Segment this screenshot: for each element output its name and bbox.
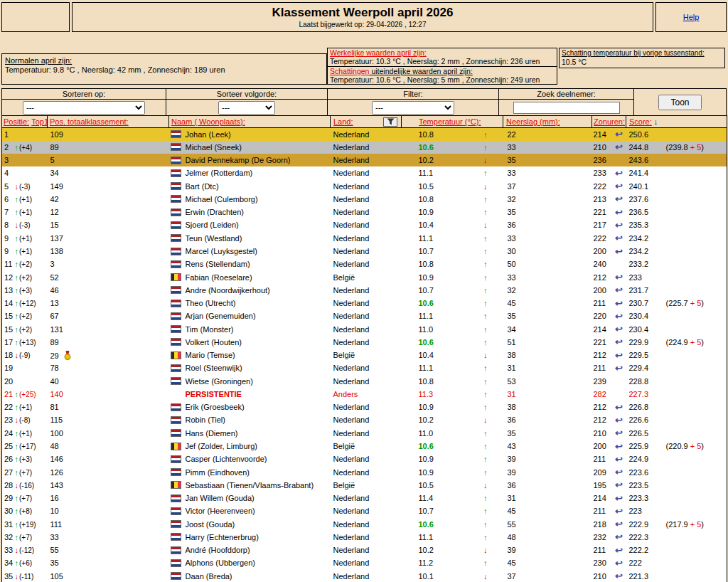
temperature-up-icon: ↑ [483, 260, 488, 268]
movement-cell: ↓(-12) [14, 544, 48, 556]
participant-name: Michael (Sneek) [186, 143, 242, 152]
score-cell: 236.5 [626, 206, 665, 218]
title-left-box [1, 2, 70, 32]
bonus-cell [665, 544, 727, 556]
temperature-wrap: 10.9↑ [402, 468, 503, 477]
movement-cell: ↑(+8) [14, 504, 48, 517]
precipitation-cell: 45 [503, 297, 592, 309]
position-cell: 23 [2, 413, 14, 426]
column-land-link[interactable]: Land: [333, 117, 353, 126]
bonus-cell: (217.9 + 5) [665, 517, 727, 530]
score-cell: 230.7 [626, 297, 665, 309]
score-cell: 235.3 [626, 218, 665, 231]
temperature-up-icon: ↑ [483, 195, 488, 203]
precipitation-cell: 45 [503, 504, 592, 517]
sort-select[interactable]: --- [23, 101, 145, 115]
movement-delta: (+2) [19, 326, 32, 334]
revised-cell: ↩ [612, 544, 626, 556]
movement-up-icon: ↑ [15, 494, 19, 502]
name-wrapper: Johan (Leek) [169, 130, 331, 139]
revised-cell: ↩ [612, 218, 626, 231]
temperature-wrap: 10.6↑ [402, 520, 503, 529]
name-cell: Arjan (Genemuiden) [169, 309, 331, 322]
movement-delta: (+17) [19, 443, 36, 450]
temperature-cell: 11.3↑ [402, 388, 503, 401]
movement-cell: ↑(+7) [14, 465, 48, 478]
temperature-cell: 10.8↑ [402, 375, 503, 388]
score-sort-arrow-icon[interactable]: ↓ [654, 117, 658, 126]
land-filter-button[interactable] [383, 117, 397, 127]
column-positie-link[interactable]: Positie: [4, 117, 29, 126]
country-cell: Nederland [331, 141, 402, 154]
temperature-value: 11.1 [419, 234, 434, 243]
overall-position-cell: 42 [48, 193, 169, 206]
table-row: 11↑(+2)3Rens (Stellendam)Nederland10.8↑5… [2, 258, 727, 270]
sun-hours-cell: 232 [592, 531, 612, 544]
overall-position: 115 [50, 416, 63, 424]
results-table: Positie: Top10 Pos. totaalklassement: Na… [1, 115, 727, 582]
country-cell: Nederland [331, 322, 402, 335]
score-cell: 223.3 [626, 492, 665, 504]
temperature-value: 10.9 [419, 455, 434, 463]
temperature-wrap: 10.8↑ [402, 377, 503, 386]
normals-title: Normalen april zijn: [5, 56, 72, 65]
name-wrapper: André (Hoofddorp) [169, 546, 331, 554]
search-input[interactable] [513, 102, 620, 114]
overall-position-cell: 33 [48, 531, 169, 544]
movement-delta: (-9) [19, 351, 31, 359]
position-cell: 27 [2, 465, 14, 478]
help-link[interactable]: Help [683, 13, 700, 21]
position-cell: 30 [2, 504, 14, 517]
name-cell: Casper (Lichtenvoorde) [169, 453, 331, 465]
overall-position-cell: 34 [48, 166, 169, 179]
temperature-value: 11.3 [419, 390, 434, 398]
column-top10-link[interactable]: Top10 [31, 117, 47, 126]
temperature-wrap: 10.7↑ [402, 507, 503, 515]
order-select[interactable]: --- [218, 101, 275, 115]
overall-position-cell: 89 [48, 336, 169, 349]
column-temperatuur-link[interactable]: Temperatuur (°C): [419, 117, 481, 126]
movement-cell: ↑(+19) [14, 517, 48, 530]
column-score-link[interactable]: Score: [629, 117, 652, 126]
country-cell: België [331, 349, 402, 361]
column-zonuren-link[interactable]: Zonuren: [594, 117, 625, 126]
nl-flag-icon [171, 248, 181, 255]
movement-up-icon: ↑ [15, 520, 19, 529]
column-pos-totaal-link[interactable]: Pos. totaalklassement: [50, 117, 129, 126]
temperature-wrap: 11.1↑ [402, 234, 503, 243]
revised-icon: ↩ [615, 519, 623, 529]
overall-position-cell: 140 [48, 388, 169, 401]
movement-up-icon: ↑ [15, 273, 19, 282]
temperature-wrap: 10.9↑ [402, 273, 503, 282]
filter-select[interactable]: --- [372, 101, 454, 115]
column-neerslag-link[interactable]: Neerslag (mm): [506, 117, 560, 126]
bonus-cell [665, 427, 727, 440]
movement-cell: ↑(+2) [14, 309, 48, 322]
precipitation-cell: 37 [503, 180, 592, 193]
column-naam-link[interactable]: Naam ( Woonplaats): [171, 117, 245, 126]
previous-estimate-value: 10.5 °C [562, 58, 722, 66]
position-cell: 13 [2, 284, 14, 297]
movement-cell: ↑(+1) [14, 401, 48, 413]
participant-name: Harry (Echtenerbrug) [186, 533, 259, 541]
estimates-title-rest: uiteindelijke waarden april zijn: [369, 67, 472, 75]
temperature-value: 11.4 [419, 494, 434, 502]
participant-name: Teun (Westland) [186, 234, 242, 243]
title-center-box: Klassement Weerpoll april 2026 Laatst bi… [72, 2, 653, 32]
movement-cell: ↑(+6) [14, 556, 48, 569]
precipitation-cell: 50 [503, 258, 592, 270]
name-wrapper: Victor (Heerenveen) [169, 507, 331, 515]
name-cell: Mario (Temse) [169, 349, 331, 361]
nl-flag-icon [171, 234, 181, 242]
nl-flag-icon [171, 455, 181, 463]
show-button[interactable]: Toon [658, 95, 701, 110]
estimates-title-link[interactable]: Schattingen [330, 67, 369, 75]
sun-hours-cell: 214 [592, 128, 612, 141]
country-cell: Nederland [331, 544, 402, 556]
overall-position: 89 [50, 143, 59, 152]
overall-position: 52 [50, 273, 59, 282]
revised-cell: ↩ [612, 531, 626, 544]
actuals-title-link[interactable]: Werkelijke waarden april zijn: [330, 48, 427, 57]
revised-cell: ↩ [612, 309, 626, 322]
position-cell: 15 [2, 309, 14, 322]
